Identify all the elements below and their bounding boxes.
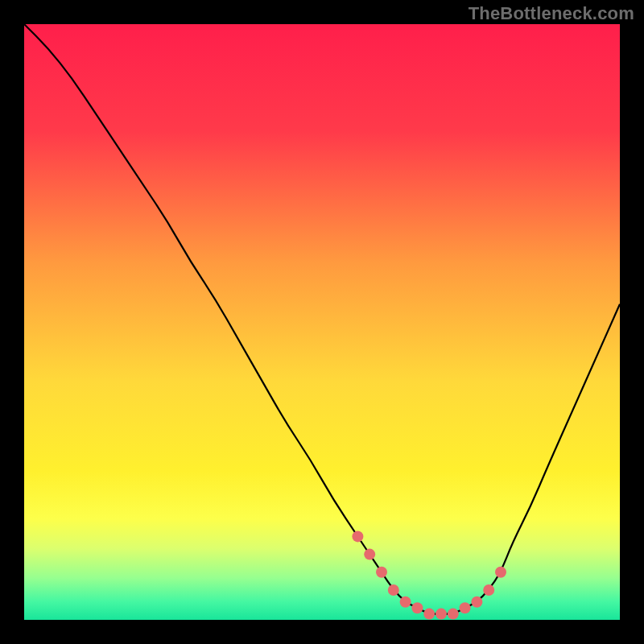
highlight-dot: [448, 609, 459, 620]
highlight-dot: [460, 602, 471, 613]
chart-svg: [24, 24, 620, 620]
highlight-dot: [388, 584, 399, 596]
highlight-dot: [411, 602, 423, 613]
highlight-dot: [400, 597, 411, 608]
plot-area: [24, 24, 620, 620]
highlight-dot: [471, 597, 482, 608]
highlight-dot: [423, 609, 435, 620]
highlight-dot: [376, 567, 387, 578]
highlight-dot: [352, 530, 363, 542]
watermark-label: TheBottleneck.com: [469, 3, 634, 24]
highlight-dot: [436, 609, 447, 620]
highlight-dot: [483, 584, 494, 596]
highlight-dot: [364, 549, 375, 560]
gradient-rect: [24, 24, 620, 620]
chart-frame: TheBottleneck.com: [0, 0, 644, 644]
highlight-dot: [495, 567, 506, 578]
